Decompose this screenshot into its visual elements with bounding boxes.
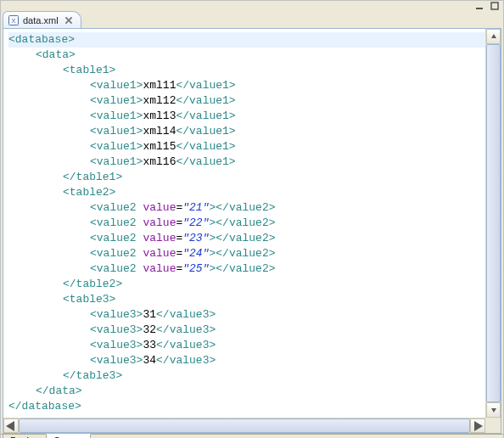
tab-label: data.xml [23, 15, 59, 25]
editor-pane: <database><data><table1><value1>xml11</v… [3, 28, 501, 434]
vertical-scrollbar[interactable] [485, 29, 501, 418]
tab-source[interactable]: Source [46, 434, 91, 438]
maximize-icon[interactable] [490, 1, 500, 11]
scroll-track-v[interactable] [486, 44, 501, 402]
scroll-down-button[interactable] [486, 402, 501, 418]
scroll-up-button[interactable] [486, 29, 501, 44]
scroll-left-button[interactable] [3, 418, 19, 433]
scroll-thumb-h[interactable] [19, 418, 470, 433]
xml-source-editor[interactable]: <database><data><table1><value1>xml11</v… [3, 29, 485, 418]
xml-file-icon: X [8, 14, 20, 26]
scroll-right-button[interactable] [470, 418, 485, 433]
window-controls [1, 1, 503, 11]
editor-window: X data.xml <database><data><table1><valu… [0, 0, 504, 438]
tab-design[interactable]: Design [3, 435, 47, 438]
close-tab-icon[interactable] [64, 15, 74, 25]
minimize-icon[interactable] [474, 1, 484, 11]
svg-text:X: X [11, 17, 16, 25]
editor-tab-data-xml[interactable]: X data.xml [3, 11, 81, 28]
svg-rect-1 [491, 3, 498, 9]
scroll-track-h[interactable] [19, 418, 470, 433]
scroll-thumb-v[interactable] [486, 44, 501, 402]
svg-rect-0 [476, 8, 483, 9]
horizontal-scrollbar[interactable] [3, 418, 485, 433]
svg-marker-7 [491, 408, 496, 413]
svg-marker-9 [474, 421, 483, 431]
svg-marker-6 [491, 34, 496, 38]
editor-tab-bar: X data.xml [1, 11, 503, 28]
svg-marker-8 [6, 421, 14, 431]
scrollbar-corner [485, 418, 501, 433]
editor-mode-tabs: Design Source [1, 434, 503, 438]
